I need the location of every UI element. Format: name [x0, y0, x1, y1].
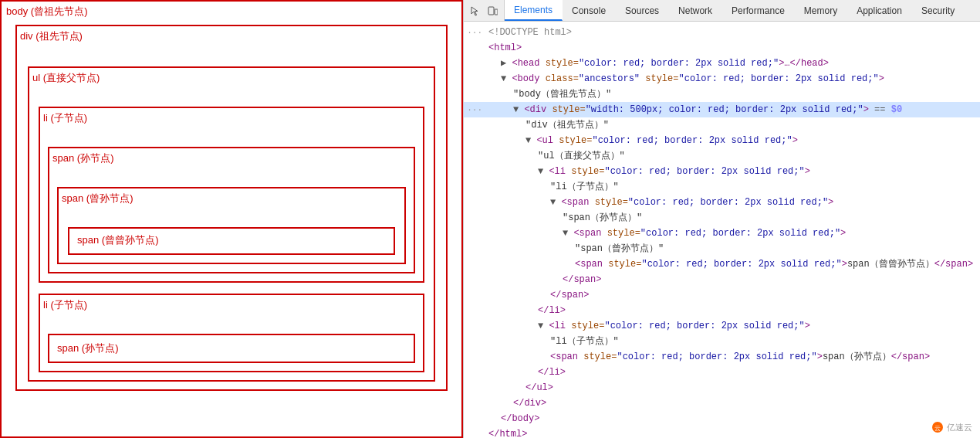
devtools-icon-bar [464, 0, 505, 21]
code-line-23: </li> [464, 365, 980, 380]
preview-panel: body (曾祖先节点) div (祖先节点) ul (直接父节点) li (子… [0, 0, 463, 438]
svg-text:云: 云 [934, 425, 941, 432]
code-line-26: </body> [464, 411, 980, 426]
div-ancestor-label: div (祖先节点) [17, 29, 86, 43]
code-line-22: <span style="color: red; border: 2px sol… [464, 349, 980, 365]
code-line-24: </ul> [464, 380, 980, 396]
span-great-grandchild-label: span (曾孙节点) [59, 191, 136, 205]
svg-rect-0 [488, 7, 494, 15]
devtools-panel: Elements Console Sources Network Perform… [463, 0, 980, 438]
device-icon[interactable] [485, 4, 499, 18]
span-li2-label: span (孙节点) [57, 342, 118, 354]
code-line-6[interactable]: ··· ▼ <div style="width: 500px; color: r… [464, 102, 980, 117]
span-grandchild-label: span (孙节点) [49, 151, 117, 165]
code-line-12: ▼ <span style="color: red; border: 2px s… [464, 195, 980, 210]
code-line-27: </html> [464, 426, 980, 438]
tab-application[interactable]: Application [847, 0, 912, 21]
code-line-5: "body（曾祖先节点）" [464, 87, 980, 102]
ul-parent-box: ul (直接父节点) li (子节点) span (孙节点) span (曾孙节… [28, 66, 435, 382]
code-line-18: </span> [464, 287, 980, 303]
code-line-3: ▶ <head style="color: red; border: 2px s… [464, 56, 980, 71]
code-line-1: ··· <!DOCTYPE html> [464, 25, 980, 40]
watermark-text: 亿速云 [947, 422, 972, 433]
div-ancestor-box: div (祖先节点) ul (直接父节点) li (子节点) span (孙节点… [15, 25, 448, 391]
span-great-great-grandchild-box: span (曾曾孙节点) [68, 227, 395, 255]
code-line-10: ▼ <li style="color: red; border: 2px sol… [464, 164, 980, 179]
li-child-2-box: li (子节点) span (孙节点) [39, 294, 424, 372]
span-great-grandchild-box: span (曾孙节点) span (曾曾孙节点) [57, 187, 406, 264]
code-line-7: "div（祖先节点）" [464, 117, 980, 133]
tab-network[interactable]: Network [669, 0, 722, 21]
code-line-14: ▼ <span style="color: red; border: 2px s… [464, 226, 980, 241]
code-line-2: <html> [464, 40, 980, 56]
body-node-label: body (曾祖先节点) [6, 5, 87, 19]
devtools-code-panel[interactable]: ··· <!DOCTYPE html> <html> ▶ <head style… [464, 22, 980, 438]
code-line-11: "li（子节点）" [464, 179, 980, 195]
code-line-25: </div> [464, 396, 980, 411]
code-line-21: "li（子节点）" [464, 334, 980, 349]
code-line-4: ▼ <body class="ancestors" style="color: … [464, 71, 980, 87]
tab-console[interactable]: Console [563, 0, 616, 21]
li-child-2-label: li (子节点) [40, 297, 90, 312]
code-line-17: </span> [464, 272, 980, 287]
code-line-13: "span（孙节点）" [464, 210, 980, 226]
span-li2-box: span (孙节点) [48, 334, 415, 363]
svg-rect-1 [495, 9, 498, 15]
ul-parent-label: ul (直接父节点) [29, 70, 103, 85]
code-line-20: ▼ <li style="color: red; border: 2px sol… [464, 318, 980, 334]
code-line-19: </li> [464, 303, 980, 318]
cursor-icon[interactable] [468, 4, 482, 18]
li-child-1-box: li (子节点) span (孙节点) span (曾孙节点) span (曾曾… [39, 107, 424, 283]
tab-security[interactable]: Security [912, 0, 965, 21]
code-line-16: <span style="color: red; border: 2px sol… [464, 256, 980, 272]
tab-elements[interactable]: Elements [505, 0, 563, 21]
tab-sources[interactable]: Sources [616, 0, 669, 21]
code-line-8: ▼ <ul style="color: red; border: 2px sol… [464, 133, 980, 148]
tab-memory[interactable]: Memory [795, 0, 847, 21]
li-child-1-label: li (子节点) [40, 110, 90, 125]
code-line-15: "span（曾孙节点）" [464, 241, 980, 256]
devtools-tab-bar: Elements Console Sources Network Perform… [464, 0, 980, 22]
watermark: 云 亿速云 [931, 421, 972, 433]
code-line-9: "ul（直接父节点）" [464, 148, 980, 164]
tab-performance[interactable]: Performance [722, 0, 795, 21]
span-grandchild-box: span (孙节点) span (曾孙节点) span (曾曾孙节点) [48, 147, 415, 273]
span-great-great-grandchild-label: span (曾曾孙节点) [77, 234, 158, 246]
